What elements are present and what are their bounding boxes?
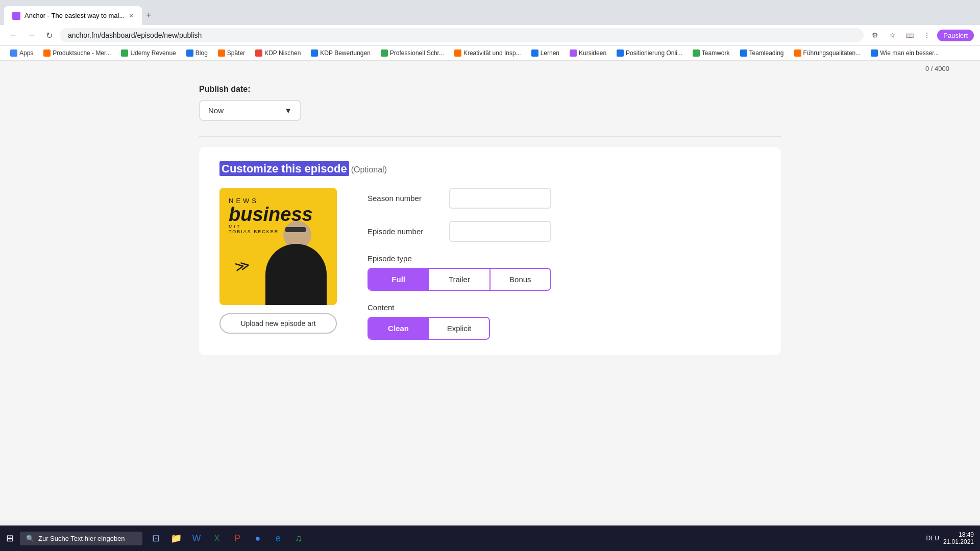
- bookmark-spater-label: Später: [227, 49, 245, 57]
- address-bar[interactable]: [60, 28, 864, 42]
- bookmark-teamwork[interactable]: Teamwork: [689, 48, 734, 58]
- bookmark-udemy-icon: [121, 49, 128, 57]
- bookmark-udemy[interactable]: Udemy Revenue: [117, 48, 180, 58]
- content-explicit-button[interactable]: Explicit: [429, 318, 489, 339]
- bookmark-teamleading[interactable]: Teamleading: [736, 48, 788, 58]
- episode-type-full-button[interactable]: Full: [369, 269, 429, 290]
- dropdown-chevron-icon: ▼: [284, 106, 292, 115]
- bookmark-udemy-label: Udemy Revenue: [130, 49, 176, 57]
- bookmark-professionell[interactable]: Professionell Schr...: [377, 48, 448, 58]
- upload-episode-art-button[interactable]: Upload new episode art: [219, 313, 337, 334]
- episode-type-trailer-button[interactable]: Trailer: [429, 269, 490, 290]
- bookmark-apps[interactable]: Apps: [6, 48, 37, 58]
- bookmark-kreativitat-label: Kreativität und Insp...: [463, 49, 521, 57]
- star-icon[interactable]: ☆: [885, 28, 899, 42]
- bookmark-kdp-bewertungen[interactable]: KDP Bewertungen: [307, 48, 375, 58]
- publish-date-section: Publish date: Now ▼: [199, 85, 781, 121]
- bookmark-fuhrung-icon: [794, 49, 801, 57]
- podcast-arrows-icon: ≫: [233, 257, 251, 276]
- bookmark-kursideen[interactable]: Kursideen: [566, 48, 610, 58]
- back-button[interactable]: ←: [6, 29, 20, 42]
- new-tab-button[interactable]: +: [142, 6, 156, 25]
- bookmark-kreativitat[interactable]: Kreativität und Insp...: [450, 48, 525, 58]
- bookmark-wie-man-label: Wie man ein besser...: [880, 49, 939, 57]
- bookmark-fuhrung-label: Führungsqualitäten...: [803, 49, 861, 57]
- bookmark-produktsuche[interactable]: Produktsuche - Mer...: [39, 48, 115, 58]
- bookmark-spater[interactable]: Später: [214, 48, 249, 58]
- bookmark-kreativitat-icon: [454, 49, 461, 57]
- customize-title: Customize this episode: [219, 161, 349, 176]
- bookmark-positionierung-icon: [617, 49, 624, 57]
- active-tab[interactable]: Anchor - The easiest way to mai... ✕: [4, 6, 142, 25]
- content-section: Content Clean Explicit: [368, 303, 761, 340]
- main-content: Publish date: Now ▼ Customize this episo…: [168, 74, 812, 365]
- navigation-bar: ← → ↻ ⚙ ☆ 📖 ⋮ Pausiert: [0, 25, 980, 46]
- bookmark-teamwork-label: Teamwork: [702, 49, 730, 57]
- content-label: Content: [368, 303, 761, 312]
- season-number-input[interactable]: [449, 188, 551, 209]
- tab-bar: Anchor - The easiest way to mai... ✕ +: [0, 6, 980, 25]
- episode-number-row: Episode number: [368, 221, 761, 242]
- bookmark-teamleading-label: Teamleading: [749, 49, 784, 57]
- season-number-label: Season number: [368, 194, 439, 203]
- bookmark-lernen[interactable]: Lernen: [527, 48, 564, 58]
- bookmark-kursideen-icon: [570, 49, 577, 57]
- profile-button[interactable]: Pausiert: [937, 30, 974, 41]
- customize-optional: (Optional): [351, 165, 387, 174]
- podcast-person: [260, 208, 332, 305]
- tab-title: Anchor - The easiest way to mai...: [24, 12, 125, 19]
- episode-art-section: NEWS business MIT TOBIAS BECKER ≫: [219, 188, 337, 334]
- bookmark-teamwork-icon: [693, 49, 700, 57]
- episode-type-label: Episode type: [368, 254, 761, 263]
- bookmark-kdp-bewertungen-icon: [311, 49, 318, 57]
- tab-favicon: [12, 12, 20, 20]
- page-wrapper: 0 / 4000 Publish date: Now ▼ Customize t…: [0, 61, 980, 520]
- bookmark-teamleading-icon: [740, 49, 747, 57]
- episode-type-section: Episode type Full Trailer Bonus: [368, 254, 761, 291]
- reload-button[interactable]: ↻: [43, 29, 56, 42]
- bookmark-kdp-bewertungen-label: KDP Bewertungen: [320, 49, 371, 57]
- section-divider: [199, 136, 781, 137]
- bookmark-professionell-icon: [381, 49, 388, 57]
- customize-section: Customize this episode(Optional) NEWS bu…: [199, 147, 781, 355]
- bookmark-fuhrung[interactable]: Führungsqualitäten...: [790, 48, 865, 58]
- episode-type-buttons: Full Trailer Bonus: [368, 268, 551, 291]
- podcast-art: NEWS business MIT TOBIAS BECKER ≫: [219, 188, 337, 305]
- bookmark-positionierung-label: Positionierung Onli...: [626, 49, 682, 57]
- episode-number-label: Episode number: [368, 227, 439, 236]
- season-number-row: Season number: [368, 188, 761, 209]
- bookmark-kdp-nischen-icon: [255, 49, 262, 57]
- bookmark-lernen-icon: [531, 49, 538, 57]
- bookmark-kdp-nischen[interactable]: KDP Nischen: [251, 48, 305, 58]
- bookmark-wie-man[interactable]: Wie man ein besser...: [867, 48, 943, 58]
- publish-date-value: Now: [208, 106, 224, 115]
- bookmark-kdp-nischen-label: KDP Nischen: [264, 49, 301, 57]
- person-body: [265, 244, 327, 305]
- episode-type-bonus-button[interactable]: Bonus: [491, 269, 550, 290]
- bookmark-blog[interactable]: Blog: [182, 48, 212, 58]
- bookmark-spater-icon: [218, 49, 225, 57]
- bookmark-icon[interactable]: 📖: [902, 28, 917, 42]
- tab-close-button[interactable]: ✕: [129, 12, 134, 19]
- episode-number-input[interactable]: [449, 221, 551, 242]
- bookmark-wie-man-icon: [871, 49, 878, 57]
- bookmark-lernen-label: Lernen: [541, 49, 559, 57]
- customize-body: NEWS business MIT TOBIAS BECKER ≫: [219, 188, 761, 340]
- profile-label: Pausiert: [943, 32, 968, 39]
- bookmark-blog-icon: [186, 49, 193, 57]
- character-counter: 0 / 4000: [0, 61, 980, 74]
- bookmark-apps-icon: [10, 49, 17, 57]
- bookmark-positionierung[interactable]: Positionierung Onli...: [612, 48, 687, 58]
- bookmarks-bar: Apps Produktsuche - Mer... Udemy Revenue…: [0, 46, 980, 61]
- episode-settings: Season number Episode number Episode typ…: [368, 188, 761, 340]
- bookmark-produktsuche-icon: [43, 49, 51, 57]
- content-buttons: Clean Explicit: [368, 317, 490, 340]
- publish-date-dropdown[interactable]: Now ▼: [199, 100, 301, 121]
- forward-button[interactable]: →: [24, 29, 39, 42]
- bookmark-kursideen-label: Kursideen: [579, 49, 606, 57]
- extensions-icon[interactable]: ⚙: [868, 28, 882, 42]
- person-glasses: [285, 227, 306, 232]
- content-clean-button[interactable]: Clean: [369, 318, 429, 339]
- settings-icon[interactable]: ⋮: [920, 28, 934, 42]
- bookmark-blog-label: Blog: [195, 49, 208, 57]
